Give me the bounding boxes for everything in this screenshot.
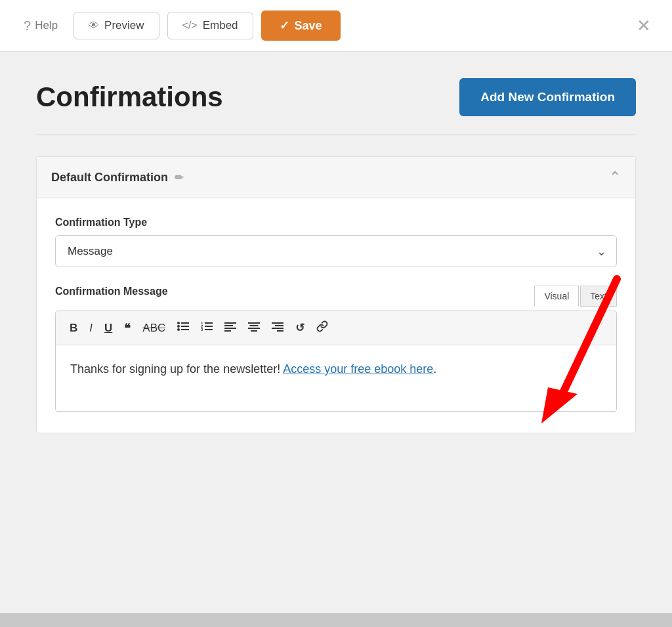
panel-toggle-button[interactable]: ⌃ <box>609 169 621 186</box>
undo-button[interactable]: ↺ <box>291 318 309 337</box>
svg-rect-11 <box>205 329 213 330</box>
confirmation-message-label: Confirmation Message <box>55 286 168 297</box>
svg-text:3: 3 <box>201 328 203 332</box>
bold-button[interactable]: B <box>65 319 82 337</box>
underline-button[interactable]: U <box>100 319 117 337</box>
svg-rect-23 <box>277 330 284 332</box>
link-button[interactable] <box>312 318 333 338</box>
align-center-button[interactable] <box>243 319 264 337</box>
visual-text-tabs: Visual Text <box>534 286 617 307</box>
svg-rect-21 <box>275 325 284 326</box>
svg-rect-1 <box>181 322 189 324</box>
message-link[interactable]: Access your free ebook here <box>283 362 433 376</box>
blockquote-button[interactable]: ❝ <box>119 318 135 338</box>
align-right-button[interactable] <box>267 319 288 337</box>
align-left-button[interactable] <box>220 319 241 337</box>
help-button[interactable]: ? Help <box>16 13 66 39</box>
numbered-list-button[interactable]: 123 <box>196 318 217 337</box>
message-header-row: Confirmation Message Visual Text <box>55 286 617 307</box>
svg-point-4 <box>177 328 180 331</box>
svg-rect-19 <box>251 330 257 332</box>
svg-rect-22 <box>272 328 284 329</box>
svg-rect-5 <box>181 329 189 330</box>
panel-header: Default Confirmation ✏ ⌃ <box>37 157 635 198</box>
confirmation-panel: Default Confirmation ✏ ⌃ Confirmation Ty… <box>36 156 636 433</box>
text-tab[interactable]: Text <box>580 286 617 307</box>
confirmation-type-select[interactable]: Message <box>55 235 617 267</box>
main-content: Confirmations Add New Confirmation Defau… <box>0 52 672 613</box>
close-button[interactable]: ✕ <box>631 14 656 37</box>
svg-rect-17 <box>250 325 259 326</box>
svg-rect-13 <box>224 325 233 326</box>
editor-wrapper: B I U ❝ ABC 123 <box>55 311 617 412</box>
svg-point-2 <box>177 325 180 328</box>
page-title: Confirmations <box>36 81 223 113</box>
confirmation-type-label: Confirmation Type <box>55 217 617 228</box>
help-icon: ? <box>24 18 31 33</box>
checkmark-icon: ✓ <box>280 18 289 33</box>
svg-rect-15 <box>224 330 231 332</box>
message-text: Thanks for signing up for the newsletter… <box>70 362 283 376</box>
svg-rect-14 <box>224 328 236 329</box>
panel-body: Confirmation Type Message ⌄ Confirmation… <box>37 198 635 433</box>
svg-rect-9 <box>205 326 213 327</box>
bullet-list-button[interactable] <box>173 318 194 337</box>
svg-rect-18 <box>248 328 260 329</box>
panel-title: Default Confirmation ✏ <box>51 171 183 184</box>
add-new-confirmation-button[interactable]: Add New Confirmation <box>459 78 636 116</box>
panel-title-text: Default Confirmation <box>51 171 168 184</box>
message-end: . <box>433 362 436 376</box>
svg-point-0 <box>177 322 180 324</box>
embed-label: Embed <box>203 19 238 32</box>
edit-icon[interactable]: ✏ <box>175 171 183 184</box>
embed-icon: </> <box>182 20 198 32</box>
editor-content[interactable]: Thanks for signing up for the newsletter… <box>56 345 616 411</box>
help-label: Help <box>35 19 58 32</box>
preview-label: Preview <box>104 19 144 32</box>
embed-button[interactable]: </> Embed <box>167 12 253 39</box>
save-button[interactable]: ✓ Save <box>261 11 341 41</box>
confirmation-message-section: Confirmation Message Visual Text B I U ❝… <box>55 286 617 412</box>
svg-rect-3 <box>181 326 189 327</box>
preview-icon: 👁 <box>89 20 99 32</box>
strikethrough-button[interactable]: ABC <box>138 319 170 337</box>
page-header: Confirmations Add New Confirmation <box>36 78 636 116</box>
save-label: Save <box>295 19 322 33</box>
svg-rect-7 <box>205 322 213 324</box>
svg-rect-16 <box>248 322 260 324</box>
preview-button[interactable]: 👁 Preview <box>74 12 159 39</box>
italic-button[interactable]: I <box>85 319 97 337</box>
svg-rect-12 <box>224 322 236 324</box>
svg-rect-20 <box>272 322 284 324</box>
divider <box>36 135 636 135</box>
confirmation-type-select-wrapper: Message ⌄ <box>55 235 617 267</box>
editor-toolbar: B I U ❝ ABC 123 <box>56 311 616 345</box>
toolbar: ? Help 👁 Preview </> Embed ✓ Save ✕ <box>0 0 672 52</box>
visual-tab[interactable]: Visual <box>534 286 579 307</box>
